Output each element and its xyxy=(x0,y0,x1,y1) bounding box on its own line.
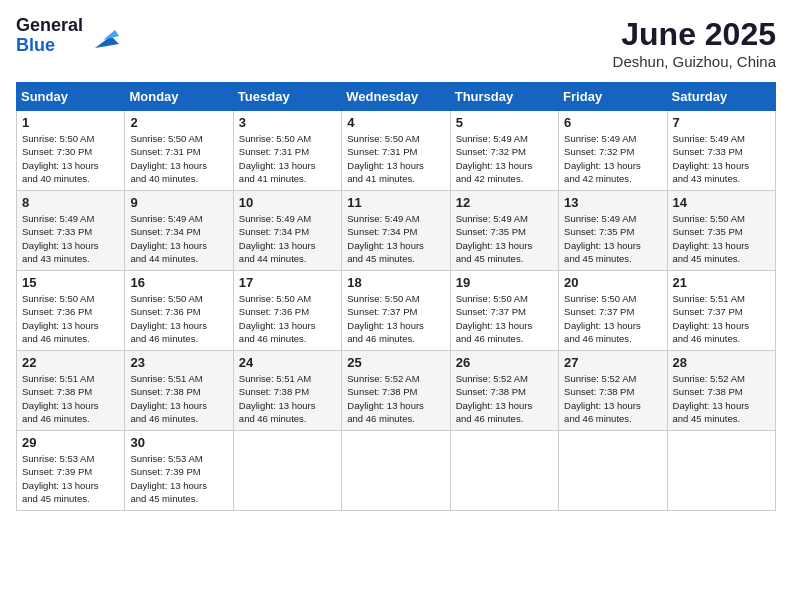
table-row: 30 Sunrise: 5:53 AM Sunset: 7:39 PM Dayl… xyxy=(125,431,233,511)
day-number: 4 xyxy=(347,115,444,130)
day-number: 3 xyxy=(239,115,336,130)
table-row: 28 Sunrise: 5:52 AM Sunset: 7:38 PM Dayl… xyxy=(667,351,775,431)
day-info: Sunrise: 5:52 AM Sunset: 7:38 PM Dayligh… xyxy=(673,372,770,425)
day-info: Sunrise: 5:50 AM Sunset: 7:31 PM Dayligh… xyxy=(239,132,336,185)
table-row: 25 Sunrise: 5:52 AM Sunset: 7:38 PM Dayl… xyxy=(342,351,450,431)
table-row: 3 Sunrise: 5:50 AM Sunset: 7:31 PM Dayli… xyxy=(233,111,341,191)
table-row: 4 Sunrise: 5:50 AM Sunset: 7:31 PM Dayli… xyxy=(342,111,450,191)
col-monday: Monday xyxy=(125,83,233,111)
table-row xyxy=(667,431,775,511)
calendar-row: 15 Sunrise: 5:50 AM Sunset: 7:36 PM Dayl… xyxy=(17,271,776,351)
col-thursday: Thursday xyxy=(450,83,558,111)
day-number: 22 xyxy=(22,355,119,370)
header-row: Sunday Monday Tuesday Wednesday Thursday… xyxy=(17,83,776,111)
day-number: 27 xyxy=(564,355,661,370)
day-number: 10 xyxy=(239,195,336,210)
table-row xyxy=(559,431,667,511)
day-number: 16 xyxy=(130,275,227,290)
day-number: 25 xyxy=(347,355,444,370)
day-number: 13 xyxy=(564,195,661,210)
day-number: 1 xyxy=(22,115,119,130)
day-number: 15 xyxy=(22,275,119,290)
day-number: 21 xyxy=(673,275,770,290)
day-info: Sunrise: 5:49 AM Sunset: 7:34 PM Dayligh… xyxy=(130,212,227,265)
day-number: 11 xyxy=(347,195,444,210)
logo-general: General xyxy=(16,16,83,36)
table-row: 11 Sunrise: 5:49 AM Sunset: 7:34 PM Dayl… xyxy=(342,191,450,271)
table-row: 12 Sunrise: 5:49 AM Sunset: 7:35 PM Dayl… xyxy=(450,191,558,271)
calendar-row: 22 Sunrise: 5:51 AM Sunset: 7:38 PM Dayl… xyxy=(17,351,776,431)
day-info: Sunrise: 5:52 AM Sunset: 7:38 PM Dayligh… xyxy=(347,372,444,425)
calendar-row: 8 Sunrise: 5:49 AM Sunset: 7:33 PM Dayli… xyxy=(17,191,776,271)
logo-icon xyxy=(87,20,119,52)
day-number: 24 xyxy=(239,355,336,370)
day-info: Sunrise: 5:50 AM Sunset: 7:31 PM Dayligh… xyxy=(130,132,227,185)
day-info: Sunrise: 5:52 AM Sunset: 7:38 PM Dayligh… xyxy=(564,372,661,425)
day-number: 14 xyxy=(673,195,770,210)
day-info: Sunrise: 5:53 AM Sunset: 7:39 PM Dayligh… xyxy=(130,452,227,505)
day-number: 9 xyxy=(130,195,227,210)
day-number: 28 xyxy=(673,355,770,370)
day-number: 30 xyxy=(130,435,227,450)
table-row: 13 Sunrise: 5:49 AM Sunset: 7:35 PM Dayl… xyxy=(559,191,667,271)
page-header: General Blue June 2025 Deshun, Guizhou, … xyxy=(16,16,776,70)
day-number: 18 xyxy=(347,275,444,290)
day-info: Sunrise: 5:49 AM Sunset: 7:35 PM Dayligh… xyxy=(456,212,553,265)
location: Deshun, Guizhou, China xyxy=(613,53,776,70)
table-row: 9 Sunrise: 5:49 AM Sunset: 7:34 PM Dayli… xyxy=(125,191,233,271)
day-number: 7 xyxy=(673,115,770,130)
table-row: 24 Sunrise: 5:51 AM Sunset: 7:38 PM Dayl… xyxy=(233,351,341,431)
table-row: 21 Sunrise: 5:51 AM Sunset: 7:37 PM Dayl… xyxy=(667,271,775,351)
day-info: Sunrise: 5:51 AM Sunset: 7:37 PM Dayligh… xyxy=(673,292,770,345)
col-sunday: Sunday xyxy=(17,83,125,111)
logo: General Blue xyxy=(16,16,119,56)
day-number: 23 xyxy=(130,355,227,370)
day-info: Sunrise: 5:49 AM Sunset: 7:33 PM Dayligh… xyxy=(22,212,119,265)
table-row: 1 Sunrise: 5:50 AM Sunset: 7:30 PM Dayli… xyxy=(17,111,125,191)
calendar: Sunday Monday Tuesday Wednesday Thursday… xyxy=(16,82,776,511)
logo-blue: Blue xyxy=(16,36,83,56)
calendar-row: 1 Sunrise: 5:50 AM Sunset: 7:30 PM Dayli… xyxy=(17,111,776,191)
table-row: 2 Sunrise: 5:50 AM Sunset: 7:31 PM Dayli… xyxy=(125,111,233,191)
col-wednesday: Wednesday xyxy=(342,83,450,111)
table-row xyxy=(450,431,558,511)
day-info: Sunrise: 5:49 AM Sunset: 7:34 PM Dayligh… xyxy=(347,212,444,265)
day-number: 5 xyxy=(456,115,553,130)
day-info: Sunrise: 5:50 AM Sunset: 7:37 PM Dayligh… xyxy=(456,292,553,345)
table-row: 26 Sunrise: 5:52 AM Sunset: 7:38 PM Dayl… xyxy=(450,351,558,431)
day-number: 2 xyxy=(130,115,227,130)
day-info: Sunrise: 5:53 AM Sunset: 7:39 PM Dayligh… xyxy=(22,452,119,505)
table-row: 23 Sunrise: 5:51 AM Sunset: 7:38 PM Dayl… xyxy=(125,351,233,431)
table-row: 22 Sunrise: 5:51 AM Sunset: 7:38 PM Dayl… xyxy=(17,351,125,431)
day-number: 12 xyxy=(456,195,553,210)
table-row: 29 Sunrise: 5:53 AM Sunset: 7:39 PM Dayl… xyxy=(17,431,125,511)
day-number: 20 xyxy=(564,275,661,290)
table-row: 14 Sunrise: 5:50 AM Sunset: 7:35 PM Dayl… xyxy=(667,191,775,271)
day-info: Sunrise: 5:50 AM Sunset: 7:37 PM Dayligh… xyxy=(347,292,444,345)
table-row: 27 Sunrise: 5:52 AM Sunset: 7:38 PM Dayl… xyxy=(559,351,667,431)
table-row: 15 Sunrise: 5:50 AM Sunset: 7:36 PM Dayl… xyxy=(17,271,125,351)
month-title: June 2025 xyxy=(613,16,776,53)
day-number: 26 xyxy=(456,355,553,370)
calendar-row: 29 Sunrise: 5:53 AM Sunset: 7:39 PM Dayl… xyxy=(17,431,776,511)
day-info: Sunrise: 5:50 AM Sunset: 7:37 PM Dayligh… xyxy=(564,292,661,345)
table-row: 17 Sunrise: 5:50 AM Sunset: 7:36 PM Dayl… xyxy=(233,271,341,351)
day-info: Sunrise: 5:50 AM Sunset: 7:30 PM Dayligh… xyxy=(22,132,119,185)
table-row xyxy=(233,431,341,511)
day-info: Sunrise: 5:50 AM Sunset: 7:36 PM Dayligh… xyxy=(22,292,119,345)
day-info: Sunrise: 5:49 AM Sunset: 7:32 PM Dayligh… xyxy=(564,132,661,185)
day-info: Sunrise: 5:49 AM Sunset: 7:33 PM Dayligh… xyxy=(673,132,770,185)
table-row: 6 Sunrise: 5:49 AM Sunset: 7:32 PM Dayli… xyxy=(559,111,667,191)
day-number: 19 xyxy=(456,275,553,290)
day-info: Sunrise: 5:50 AM Sunset: 7:36 PM Dayligh… xyxy=(130,292,227,345)
table-row: 8 Sunrise: 5:49 AM Sunset: 7:33 PM Dayli… xyxy=(17,191,125,271)
day-info: Sunrise: 5:49 AM Sunset: 7:32 PM Dayligh… xyxy=(456,132,553,185)
day-info: Sunrise: 5:49 AM Sunset: 7:34 PM Dayligh… xyxy=(239,212,336,265)
day-info: Sunrise: 5:51 AM Sunset: 7:38 PM Dayligh… xyxy=(130,372,227,425)
day-info: Sunrise: 5:50 AM Sunset: 7:35 PM Dayligh… xyxy=(673,212,770,265)
day-info: Sunrise: 5:51 AM Sunset: 7:38 PM Dayligh… xyxy=(239,372,336,425)
day-info: Sunrise: 5:52 AM Sunset: 7:38 PM Dayligh… xyxy=(456,372,553,425)
day-number: 29 xyxy=(22,435,119,450)
table-row: 20 Sunrise: 5:50 AM Sunset: 7:37 PM Dayl… xyxy=(559,271,667,351)
table-row: 18 Sunrise: 5:50 AM Sunset: 7:37 PM Dayl… xyxy=(342,271,450,351)
